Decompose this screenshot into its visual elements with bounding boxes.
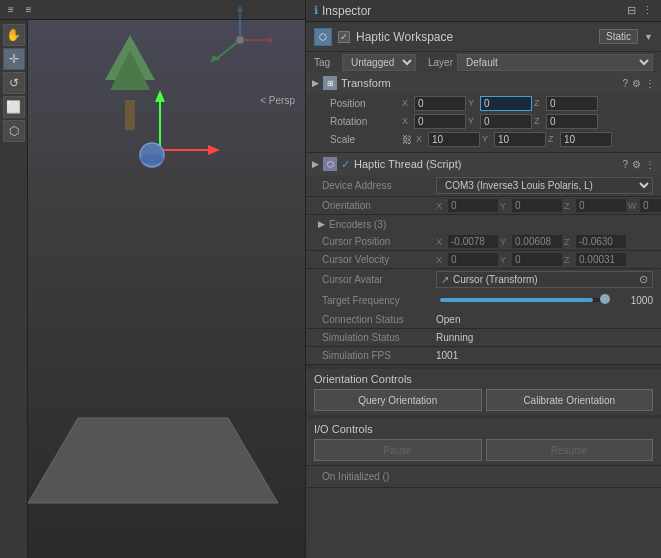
transform-component: ▶ ⊞ Transform ? ⚙ ⋮ Position X Y Z Rotat…	[306, 72, 661, 153]
haptic-thread-component: ▶ ⬡ ✓ Haptic Thread (Script) ? ⚙ ⋮ Devic…	[306, 153, 661, 488]
scale-z-label: Z	[548, 134, 558, 144]
simulation-fps-label: Simulation FPS	[322, 350, 432, 361]
rotation-row: Rotation X Y Z	[306, 112, 661, 130]
haptic-thread-checkbox[interactable]: ✓	[341, 158, 350, 171]
tag-select[interactable]: Untagged	[342, 54, 416, 71]
svg-marker-4	[268, 37, 275, 43]
gameobject-name[interactable]: Haptic Workspace	[356, 30, 593, 44]
io-controls-label: I/O Controls	[314, 423, 653, 435]
tag-layer-row: Tag Untagged Layer Default	[306, 52, 661, 72]
connection-status-row: Connection Status Open	[306, 311, 661, 329]
viewport: ≡ ≡ < Persp	[0, 0, 305, 558]
on-initialized-label: On Initialized ()	[322, 471, 389, 482]
sidebar-rect-icon[interactable]: ⬡	[3, 120, 25, 142]
cursor-vel-x-input	[448, 253, 498, 266]
device-address-label: Device Address	[322, 180, 432, 191]
sidebar-rotate-icon[interactable]: ↺	[3, 72, 25, 94]
cursor-velocity-label: Cursor Velocity	[322, 254, 432, 265]
transform-menu-icon[interactable]: ⋮	[645, 78, 655, 89]
sidebar-scale-icon[interactable]: ⬜	[3, 96, 25, 118]
frequency-slider-thumb[interactable]	[600, 294, 610, 304]
cursor-pos-y-label: Y	[500, 237, 510, 247]
sidebar-move-icon[interactable]: ✛	[3, 48, 25, 70]
svg-point-7	[236, 36, 244, 44]
haptic-thread-menu-icon[interactable]: ⋮	[645, 159, 655, 170]
tag-label: Tag	[314, 57, 338, 68]
persp-label: < Persp	[260, 95, 295, 106]
haptic-thread-settings-icon[interactable]: ⚙	[632, 159, 641, 170]
orient-w-label: W	[628, 201, 638, 211]
cursor-pos-y-input	[512, 235, 562, 248]
cursor-pos-x-label: X	[436, 237, 446, 247]
sidebar-hand-icon[interactable]: ✋	[3, 24, 25, 46]
cursor-pos-z-input	[576, 235, 626, 248]
ground-plane	[28, 408, 278, 508]
haptic-thread-header[interactable]: ▶ ⬡ ✓ Haptic Thread (Script) ? ⚙ ⋮	[306, 153, 661, 175]
haptic-thread-icon: ⬡	[323, 157, 337, 171]
scale-x-input[interactable]	[428, 132, 480, 147]
inspector-menu-icon[interactable]: ⋮	[642, 4, 653, 17]
transform-arrow-icon: ▶	[312, 78, 319, 88]
orient-x-input	[448, 199, 498, 212]
pos-y-input[interactable]	[480, 96, 532, 111]
rot-y-input[interactable]	[480, 114, 532, 129]
pause-button[interactable]: Pause	[314, 439, 482, 461]
layer-label: Layer	[428, 57, 453, 68]
pos-x-input[interactable]	[414, 96, 466, 111]
connection-status-label: Connection Status	[322, 314, 432, 325]
orient-y-label: Y	[500, 201, 510, 211]
layer-select[interactable]: Default	[457, 54, 653, 71]
svg-point-13	[140, 154, 164, 164]
orientation-row: Orientation X Y Z W	[306, 197, 661, 215]
cursor-avatar-label: Cursor Avatar	[322, 274, 432, 285]
svg-marker-11	[208, 145, 220, 155]
viewport-sidebar: ✋ ✛ ↺ ⬜ ⬡	[0, 20, 28, 558]
gameobject-active-checkbox[interactable]: ✓	[338, 31, 350, 43]
simulation-status-label: Simulation Status	[322, 332, 432, 343]
orientation-controls-section: Orientation Controls Query Orientation C…	[306, 369, 661, 415]
device-address-row: Device Address COM3 (Inverse3 Louis Pola…	[306, 175, 661, 197]
haptic-thread-help-icon[interactable]: ?	[622, 159, 628, 170]
static-badge[interactable]: Static	[599, 29, 638, 44]
rot-z-input[interactable]	[546, 114, 598, 129]
encoders-arrow-icon[interactable]: ▶	[318, 219, 325, 229]
rot-z-label: Z	[534, 116, 544, 126]
calibrate-orientation-button[interactable]: Calibrate Orientation	[486, 389, 654, 411]
inspector-header: ℹ Inspector ⊟ ⋮	[306, 0, 661, 22]
device-address-select[interactable]: COM3 (Inverse3 Louis Polaris, L)	[436, 177, 653, 194]
transform-header[interactable]: ▶ ⊞ Transform ? ⚙ ⋮	[306, 72, 661, 94]
frequency-slider-track[interactable]	[440, 298, 610, 302]
tree-object	[100, 30, 160, 130]
transform-help-icon[interactable]: ?	[622, 78, 628, 89]
scale-z-input[interactable]	[560, 132, 612, 147]
orientation-controls-label: Orientation Controls	[314, 373, 653, 385]
simulation-fps-row: Simulation FPS 1001	[306, 347, 661, 365]
svg-marker-2	[237, 5, 243, 12]
cursor-avatar-field[interactable]: ↗ Cursor (Transform) ⊙	[436, 271, 653, 288]
resume-button[interactable]: Resume	[486, 439, 654, 461]
rot-x-input[interactable]	[414, 114, 466, 129]
scale-x-label: X	[416, 134, 426, 144]
pos-y-label: Y	[468, 98, 478, 108]
cursor-velocity-row: Cursor Velocity X Y Z	[306, 251, 661, 269]
static-dropdown-icon[interactable]: ▼	[644, 32, 653, 42]
pos-z-input[interactable]	[546, 96, 598, 111]
query-orientation-button[interactable]: Query Orientation	[314, 389, 482, 411]
orientation-label: Orientation	[322, 200, 432, 211]
target-frequency-value: 1000	[618, 295, 653, 306]
scale-link-icon: ⛓	[402, 134, 412, 145]
simulation-status-row: Simulation Status Running	[306, 329, 661, 347]
cursor-vel-x-label: X	[436, 255, 446, 265]
haptic-thread-arrow-icon: ▶	[312, 159, 319, 169]
inspector-panel: ℹ Inspector ⊟ ⋮ ⬡ ✓ Haptic Workspace Sta…	[305, 0, 661, 558]
transform-settings-icon[interactable]: ⚙	[632, 78, 641, 89]
orientation-buttons: Query Orientation Calibrate Orientation	[314, 389, 653, 411]
scale-y-input[interactable]	[494, 132, 546, 147]
viewport-scene: < Persp	[0, 0, 305, 558]
position-row: Position X Y Z	[306, 94, 661, 112]
haptic-thread-name: Haptic Thread (Script)	[354, 158, 614, 170]
inspector-lock-icon[interactable]: ⊟	[627, 4, 636, 17]
position-label: Position	[330, 98, 400, 109]
gameobject-icon: ⬡	[314, 28, 332, 46]
cursor-avatar-select-btn[interactable]: ⊙	[639, 273, 648, 286]
